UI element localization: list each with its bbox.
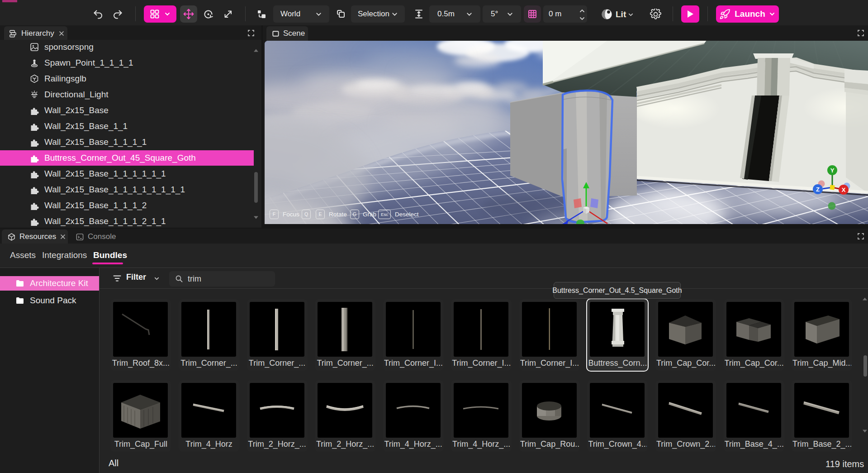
svg-text:X: X bbox=[842, 186, 846, 193]
svg-text:Y: Y bbox=[830, 167, 835, 174]
svg-text:Z: Z bbox=[816, 186, 820, 193]
